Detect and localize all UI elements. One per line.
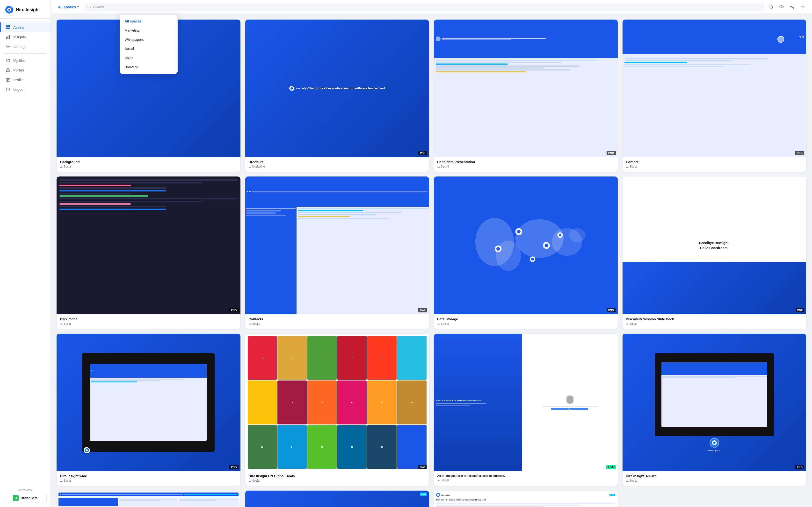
svg-rect-10 [7,36,8,39]
discovery-badge: PDF [796,308,804,313]
brochure-badge: PDF [418,151,427,155]
sidebar-item-my-files[interactable]: My files [0,56,51,65]
folder-icon [6,58,10,63]
view-button[interactable] [777,2,786,11]
header: All spaces ▾ Search [51,0,812,14]
svg-line-35 [792,6,793,6]
brandsafe-name: BrandSafe [20,496,38,500]
sidebar-item-assets[interactable]: Assets [0,22,51,32]
card-dark-mode-title: Dark mode [60,317,237,321]
svg-point-53 [496,247,500,250]
bar-chart-icon [6,35,10,39]
tag-button[interactable] [767,2,775,11]
svg-point-47 [545,243,548,247]
card-contacts-meta: ☁ Social [249,322,426,326]
sidebar-item-insights[interactable]: Insights [0,32,51,42]
card-candidate-thumb: PNG [434,19,618,157]
svg-rect-15 [7,71,8,71]
cloud-icon: ☁ [249,322,251,325]
cloud-icon: ☁ [249,165,251,168]
card-contacts-info: Contacts ☁ Social [245,314,429,329]
nav-divider [4,53,47,54]
card-brochure-info: Brochure ☁ Marketing [245,157,429,172]
card-hi-wide-thumb: PNG [57,334,241,471]
card-candidate[interactable]: PNG Candidate Presentation ☁ Social [434,19,618,172]
card-discovery-info: Discovery Session Slide Deck ☁ Sales [622,314,806,329]
dropdown-item-branding[interactable]: Branding [120,62,177,72]
card-hi-square-thumb: HireInsight.io PNG [622,334,806,471]
card-contacts-grid-thumb [57,491,241,507]
svg-rect-11 [9,35,10,39]
card-brochure-thumb: Hire Insight The future of executive sea… [245,19,429,157]
card-un-goals[interactable]: 1 2 3 4 5 6 7 8 9 10 11 12 13 [245,334,429,486]
svg-rect-14 [6,71,7,71]
svg-point-4 [10,8,11,9]
card-contact-info: Contact ☁ Social [622,157,806,172]
card-discovery[interactable]: Goodbye Bunfight.Hello Boardroom. PDF Di… [622,176,806,329]
content-area: Background ☁ Social [51,14,812,507]
dark-mode-badge: PNG [230,308,239,313]
dropdown-item-all-spaces[interactable]: All spaces [120,17,177,26]
svg-point-49 [531,258,534,261]
contact-badge: PNG [795,151,804,155]
sidebar-item-my-files-label: My files [13,58,26,62]
card-hi-wide-info: Hire Insight wide ☁ Social [57,471,241,486]
search-bar[interactable]: Search [84,3,764,11]
card-background-info: Background ☁ Social [57,157,241,172]
card-dark-mode[interactable]: PNG Dark mode ☁ Social [57,176,241,329]
sidebar-item-logout[interactable]: Logout [0,84,51,94]
svg-rect-13 [7,68,8,69]
card-contact[interactable]: PNG Contact ☁ Social [622,19,806,172]
card-google-platform[interactable]: All-in-one platform for executive search… [434,334,618,486]
card-help[interactable]: hire insight LIVE How can Hire Insight h… [434,491,618,507]
svg-point-45 [517,230,520,233]
secondary-nav: My files Portals [0,56,51,94]
svg-point-43 [569,228,586,242]
cloud-icon: ☁ [60,322,63,325]
svg-point-34 [793,7,794,8]
sidebar: Hire Insight Assets [0,0,51,507]
hi-square-badge: PNG [795,465,804,469]
card-background-meta: ☁ Social [60,165,237,168]
spaces-selector[interactable]: All spaces ▾ [56,3,81,10]
card-hi-square-meta: ☁ Social [626,479,803,483]
dropdown-item-whitepapers[interactable]: Whitepapers [120,35,177,44]
svg-point-29 [770,6,770,6]
brandsafe-icon: B [13,495,18,501]
card-contacts-grid[interactable]: Contacts ☁ Social [57,491,241,507]
sidebar-item-portals[interactable]: Portals [0,65,51,75]
card-google-platform-info: All-in-one platform for executive search… [434,471,618,485]
card-dark-mode-thumb: PNG [57,176,241,314]
card-hi-square-info: Hire Insight square ☁ Social [622,471,806,486]
share-button[interactable] [788,2,797,11]
hi-wide-badge: PNG [230,465,239,469]
card-tired-intro[interactable]: LIVE Tired of i-intro? Tired of i-intro?… [245,491,429,507]
dropdown-item-social[interactable]: Social [120,44,177,53]
svg-rect-6 [8,25,10,27]
cloud-icon: ☁ [437,165,440,168]
svg-point-30 [779,6,783,8]
sidebar-item-logout-label: Logout [13,88,24,92]
search-placeholder: Search [93,5,104,9]
card-contacts[interactable]: PNG Contacts ☁ Social [245,176,429,329]
sidebar-item-settings-label: Settings [13,45,27,49]
powered-by-label: powered by [4,488,47,491]
card-candidate-info: Candidate Presentation ☁ Social [434,157,618,172]
card-hi-wide-meta: ☁ Social [60,479,237,483]
sidebar-item-settings[interactable]: Settings [0,42,51,51]
dropdown-item-marketing[interactable]: Marketing [120,26,177,35]
card-background-title: Background [60,160,237,164]
card-candidate-title: Candidate Presentation [437,160,614,164]
svg-point-32 [793,5,794,6]
card-brochure[interactable]: Hire Insight The future of executive sea… [245,19,429,172]
chevron-down-icon: ▾ [77,5,79,8]
cloud-icon: ☁ [626,165,628,168]
add-button[interactable] [799,2,807,11]
card-contacts-thumb: PNG [245,176,429,314]
dropdown-item-sales[interactable]: Sales [120,53,177,62]
sidebar-item-profile[interactable]: Profile [0,75,51,84]
card-hi-square[interactable]: HireInsight.io PNG Hire Insight square ☁… [622,334,806,486]
card-data-storage[interactable]: PNG Data Storage ☁ Social [434,176,618,329]
card-help-thumb: hire insight LIVE How can Hire Insight h… [434,491,618,507]
card-hi-wide[interactable]: PNG Hire Insight wide ☁ Social [57,334,241,486]
